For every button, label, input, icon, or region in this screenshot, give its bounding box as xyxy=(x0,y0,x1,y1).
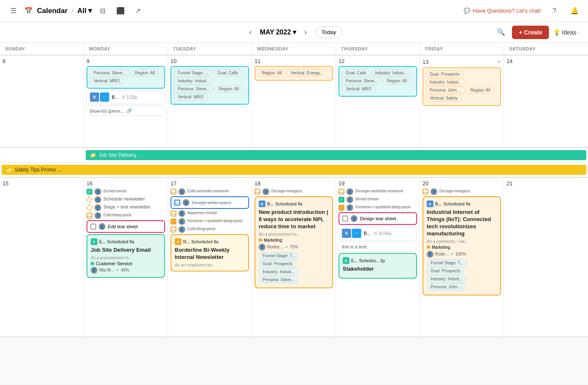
calendar: SUNDAY MONDAY TUESDAY WEDNESDAY THURSDAY… xyxy=(0,43,588,384)
checkbox-design-web-19[interactable]: — xyxy=(339,189,344,195)
task-edit-blog-17[interactable]: — 👤 Edit blog post xyxy=(171,226,249,233)
edit-tear-sheet-card[interactable]: 👤 Edit tear sheet xyxy=(87,220,165,233)
mon9-event-card[interactable]: Persona: Steve... Region: All Vertical: … xyxy=(87,66,165,89)
link-text: {how-to} {perm... xyxy=(90,108,124,113)
whitepaper-checkbox[interactable]: — xyxy=(174,200,180,206)
avatar-design-tear: 👤 xyxy=(351,215,357,222)
newsletter-scheduled-card[interactable]: N N... Scheduled 8a Borderline Bi-Weekly… xyxy=(171,234,249,272)
checkbox-send-email[interactable]: ✓ xyxy=(87,189,92,195)
task-edit-website[interactable]: — 👤 Edit website content xyxy=(171,188,249,195)
npi-card[interactable]: B B... Scheduled 9a New product introduc… xyxy=(255,196,333,288)
blog-time-19: ⏱ 10:56a xyxy=(373,231,391,236)
sched-header-n: N N... Scheduled 8a xyxy=(175,238,245,245)
day-num-17: 17 xyxy=(171,180,249,187)
today-button[interactable]: Today xyxy=(315,26,343,38)
header-wednesday: WEDNESDAY xyxy=(252,43,336,55)
sched-header-b18: B B... Scheduled 9a xyxy=(259,200,329,207)
tag-goal: Goal: Prospects xyxy=(426,71,463,78)
fri13-event-card[interactable]: Goal: Prospects Industry: Indust... Pers… xyxy=(423,67,501,106)
checkbox-design-images-18[interactable]: — xyxy=(255,189,260,195)
task-approve-email[interactable]: — 👤 Approve email xyxy=(171,210,249,217)
task-review-publish[interactable]: ✓ 👤 Review + publish blog post xyxy=(171,218,249,225)
jobsite-scheduled-card[interactable]: E E... Scheduled 9a Job Site Delivery Em… xyxy=(87,234,165,278)
header-friday: FRIDAY xyxy=(420,43,504,55)
task-label-design-web-19: Design website content xyxy=(355,188,403,193)
week-row-1: 8 9 Persona: Steve... Region: All Vertic… xyxy=(0,55,588,148)
help-icon[interactable]: ? xyxy=(548,4,561,18)
checkbox-edit-blog[interactable]: — xyxy=(87,213,92,219)
avatar-whitepaper: 👤 xyxy=(183,199,189,206)
design-tear-checkbox[interactable] xyxy=(342,216,348,222)
search-icon[interactable]: 🔍 xyxy=(494,26,508,39)
display-icon[interactable]: ⬛ xyxy=(114,4,127,18)
checkbox-edit-website[interactable]: — xyxy=(171,189,176,195)
add-event-icon[interactable]: + xyxy=(497,58,501,66)
jobsite-delivery-bar[interactable]: 📁 Job Site Delivery ... xyxy=(86,150,586,160)
chat-link[interactable]: 💬 Have Questions? Let's chat! xyxy=(464,8,541,14)
safety-tips-bar[interactable]: 📁 Safety Tips Promo ... xyxy=(2,165,586,175)
day-17: 17 — 👤 Edit website content — 👤 Design w… xyxy=(168,178,252,337)
filter-icon[interactable]: ⊟ xyxy=(96,4,110,18)
task-send-email[interactable]: ✓ 👤 Send email xyxy=(87,188,165,195)
task-review-19[interactable]: ✓ 👤 Review + publish blog post xyxy=(339,204,417,211)
b-icon: B xyxy=(90,92,99,102)
nav-all[interactable]: All ▾ xyxy=(77,6,92,15)
newsletter-sub: As an employee-ow... xyxy=(175,263,245,267)
newsletter-title: Borderline Bi-Weekly Internal Newsletter xyxy=(175,247,245,261)
b-icons-20: B xyxy=(427,200,433,207)
next-month-button[interactable]: › xyxy=(301,26,310,38)
task-design-images-20[interactable]: — 👤 Design images xyxy=(423,188,501,195)
checkbox-review-19[interactable]: ✓ xyxy=(339,205,344,211)
month-year-display[interactable]: MAY 2022 ▾ xyxy=(260,28,296,36)
day-8: 8 xyxy=(0,55,84,147)
checkbox-stage-test[interactable] xyxy=(87,205,92,211)
avatar-design-web-19: 👤 xyxy=(346,188,353,195)
design-tear-sheet-card[interactable]: 👤 Design tear sheet xyxy=(339,212,417,225)
blog-icons-19: B 🐦 xyxy=(342,229,361,238)
checkbox-send-19[interactable]: ✓ xyxy=(339,197,344,203)
wed11-event-card[interactable]: Region: All Vertical: Energy... xyxy=(255,66,333,81)
calendar-controls: ‹ MAY 2022 ▾ › Today 🔍 + Create 💡 Ideas … xyxy=(0,22,588,43)
avatar-review: 👤 xyxy=(178,218,185,225)
design-whitepaper-card[interactable]: — 👤 Design white paper xyxy=(171,196,249,209)
b-icon-19: B xyxy=(342,229,351,238)
task-design-website-19[interactable]: — 👤 Design website content xyxy=(339,188,417,195)
prev-month-button[interactable]: ‹ xyxy=(246,26,255,38)
task-stage-test[interactable]: 👤 Stage + test newsletter xyxy=(87,204,165,211)
checkbox-design-images-20[interactable]: — xyxy=(423,189,428,195)
day-12: 12 Goal: Calls Industry: Indust... Perso… xyxy=(336,55,420,147)
share-icon[interactable]: ↗ xyxy=(131,4,145,18)
header-sunday: SUNDAY xyxy=(0,43,84,55)
tear-checkbox[interactable] xyxy=(90,224,96,229)
menu-icon[interactable]: ☰ xyxy=(7,4,20,18)
task-design-images-18[interactable]: — 👤 Design images xyxy=(255,188,333,195)
avatar-approve: 👤 xyxy=(178,210,185,217)
task-label-edit-blog-17: Edit blog post xyxy=(187,226,215,231)
ideas-button[interactable]: 💡 Ideas › xyxy=(553,29,580,36)
checkbox-edit-blog-17[interactable]: — xyxy=(171,227,176,232)
jobsite-tag: Customer Service xyxy=(91,261,132,266)
iiot-card[interactable]: B B... Scheduled 9a Industrial Internet … xyxy=(423,196,501,295)
checkbox-review-publish[interactable]: ✓ xyxy=(171,219,176,224)
task-schedule-newsletter[interactable]: 👤 Schedule newsletter xyxy=(87,196,165,203)
day-9: 9 Persona: Steve... Region: All Vertical… xyxy=(84,55,168,147)
day-18: 18 — 👤 Design images B B... Scheduled 9a… xyxy=(252,178,336,337)
sched-time-n: Scheduled 8a xyxy=(192,240,218,244)
sched-icon-e: E xyxy=(91,238,97,245)
bell-icon[interactable]: 🔔 xyxy=(568,4,581,18)
task-label-edit-blog: Edit blog post xyxy=(103,212,131,217)
task-send-email-19[interactable]: ✓ 👤 Send email xyxy=(339,196,417,203)
mon9-blog-card[interactable]: B 🐦 B... ⏱ 2:22p xyxy=(87,90,165,104)
thu12-event-card[interactable]: Goal: Calls Industry: Indust... Persona:… xyxy=(339,66,417,97)
checkbox-approve-email[interactable]: — xyxy=(171,211,176,216)
day-num-14: 14 xyxy=(507,58,585,64)
create-button[interactable]: + Create xyxy=(512,26,549,39)
task-edit-blog[interactable]: — 👤 Edit blog post xyxy=(87,212,165,219)
thu19-blog-card[interactable]: B 🐦 B... ⏱ 10:56a xyxy=(339,226,417,240)
stakeholder-card[interactable]: E E... Schedul... 3p Stakeholder xyxy=(339,253,417,279)
nav-left: ☰ 📅 Calendar / All ▾ ⊟ ⬛ ↗ xyxy=(7,4,145,18)
checkbox-schedule-newsletter[interactable] xyxy=(87,197,92,203)
avatar-schedule: 👤 xyxy=(94,196,101,203)
mon9-link-card[interactable]: {how-to} {perm... 🔗 xyxy=(87,105,165,116)
tue10-event-card[interactable]: Funnel Stage: ... Goal: Calls Industry: … xyxy=(171,66,249,105)
